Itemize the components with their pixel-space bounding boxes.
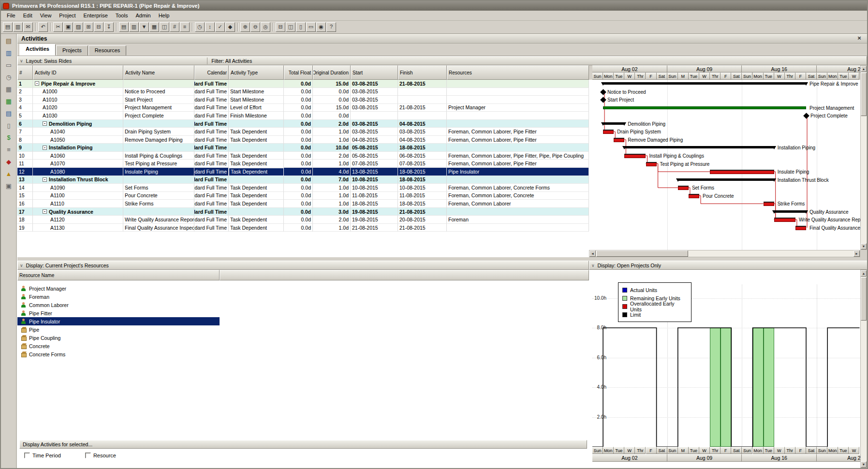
chevron-down-icon[interactable]: ∨ [20, 263, 23, 268]
activity-row-12[interactable]: 12A1080Insulate Pipingndard Full TimeTas… [17, 168, 589, 176]
pane-splitter[interactable] [17, 257, 867, 261]
gantt-bar-task-row16[interactable] [764, 202, 774, 206]
settings-icon[interactable]: ◉ [316, 22, 326, 32]
fill-down-icon[interactable]: ↧ [104, 22, 114, 32]
print-icon[interactable]: ▥ [13, 22, 23, 32]
activity-row-15[interactable]: 15A1100Pour Concretendard Full TimeTask … [17, 192, 589, 200]
activity-row-19[interactable]: 19A1130Final Quality Assurance Inspectio… [17, 224, 589, 232]
timeline-week-aug-16[interactable]: Aug 16 [742, 65, 817, 73]
resource-item-concrete-forms[interactable]: Concrete Forms [17, 350, 589, 358]
wps-docs-icon[interactable]: ▯ [4, 121, 14, 131]
gantt-bar-summary-row17[interactable] [774, 210, 806, 213]
hash-icon[interactable]: # [170, 22, 179, 32]
activity-row-13[interactable]: 13-Installation Thrust Blockndard Full T… [17, 176, 589, 184]
close-icon[interactable]: × [855, 35, 863, 43]
checkbox-box[interactable] [24, 453, 30, 458]
usage-view-icon[interactable]: ≡ [180, 22, 190, 32]
timeline-week-aug-02[interactable]: Aug 02 [592, 65, 667, 73]
menu-item-view[interactable]: View [36, 11, 56, 20]
histogram-vertical-scrollbar[interactable]: ▲ ▼ [860, 270, 867, 468]
activity-row-2[interactable]: 2A1000Notice to Proceedndard Full TimeSt… [17, 88, 589, 96]
activity-row-9[interactable]: 9-Installation Pipingndard Full Time0.0d… [17, 144, 589, 152]
update-progress-icon[interactable]: ◆ [225, 22, 235, 32]
column-header-activity-type[interactable]: Activity Type [229, 65, 284, 80]
activity-row-1[interactable]: 1-Pipe Repair & Improvendard Full Time0.… [17, 80, 589, 88]
activity-row-5[interactable]: 5A1030Project Completendard Full TimeFin… [17, 112, 589, 120]
issues-icon[interactable]: ◆ [4, 157, 14, 167]
group-sort-icon[interactable]: ▤ [119, 22, 129, 32]
add-icon[interactable]: ⊞ [84, 22, 93, 32]
scroll-down-button[interactable]: ▼ [861, 243, 867, 249]
projects-icon[interactable]: ▤ [4, 36, 14, 46]
resource-item-pipe-insulator[interactable]: Pipe Insulator [17, 317, 220, 325]
column-header-resource-name[interactable]: Resource Name [17, 270, 220, 280]
split-horizontal-icon[interactable]: ⊟ [276, 22, 285, 32]
gantt-bar-summary-row1[interactable] [603, 82, 806, 85]
activity-row-7[interactable]: 7A1040Drain Piping Systemndard Full Time… [17, 128, 589, 136]
gantt-bar-task-row15[interactable] [689, 194, 699, 198]
scroll-up-button[interactable]: ▲ [861, 66, 867, 72]
scroll-thumb[interactable] [596, 250, 688, 257]
help-icon[interactable]: ? [326, 22, 336, 32]
tab-activities[interactable]: Activities [19, 44, 56, 56]
roles-icon[interactable]: ▣ [4, 181, 14, 191]
level-resources-icon[interactable]: ↕ [205, 22, 215, 32]
activity-row-6[interactable]: 6-Demolition Pipingndard Full Time0.0d2.… [17, 120, 589, 128]
schedule-icon[interactable]: ◷ [195, 22, 205, 32]
checkbox-time-period[interactable]: Time Period [24, 453, 61, 458]
activities-icon[interactable]: ▦ [4, 97, 14, 106]
gantt-bar-task-row19[interactable] [795, 226, 806, 230]
wbs-icon[interactable]: ▦ [4, 85, 14, 94]
reports-icon[interactable]: ▭ [4, 60, 14, 70]
activity-row-18[interactable]: 18A1120Write Quality Assurance Reportnda… [17, 216, 589, 224]
display-activities-bar[interactable]: Display Activities for selected... [19, 440, 587, 449]
checkbox-resource[interactable]: Resource [85, 453, 116, 458]
scroll-right-button[interactable]: ► [853, 250, 860, 257]
gantt-chart-icon[interactable]: ▦ [149, 22, 159, 32]
print-preview-icon[interactable]: ▤ [3, 22, 13, 32]
chevron-down-icon[interactable]: ∨ [20, 59, 23, 63]
thresholds-icon[interactable]: ≡ [4, 145, 14, 155]
gantt-bar-task-row18[interactable] [774, 218, 795, 222]
gantt-bar-summary-row6[interactable] [603, 122, 624, 125]
gantt-bar-task-row10[interactable] [624, 154, 646, 158]
resources-options-bar[interactable]: ∨ Display: Current Project's Resources [17, 261, 589, 270]
split-vertical-icon[interactable]: ◫ [286, 22, 295, 32]
menu-item-tools[interactable]: Tools [112, 11, 132, 20]
column-header-activity-name[interactable]: Activity Name [123, 65, 194, 80]
column-header-total-float[interactable]: Total Float [284, 65, 313, 80]
menu-item-help[interactable]: Help [155, 11, 174, 20]
gantt-bar-summary-row9[interactable] [624, 146, 774, 148]
cut-icon[interactable]: ✂ [53, 22, 63, 32]
menu-item-enterprise[interactable]: Enterprise [80, 11, 112, 20]
column-header-num[interactable]: # [17, 65, 33, 80]
collapse-minus-icon[interactable]: - [35, 81, 39, 86]
resource-item-pipe[interactable]: Pipe [17, 325, 589, 334]
menu-item-project[interactable]: Project [55, 11, 79, 20]
histogram-options-bar[interactable]: ∨ Display: Open Projects Only [589, 261, 867, 270]
resource-item-foreman[interactable]: Foreman [17, 293, 589, 301]
tab-projects[interactable]: Projects [56, 45, 88, 56]
gantt-bar-task-row11[interactable] [646, 162, 657, 166]
column-header-blank[interactable] [220, 270, 589, 280]
menu-item-edit[interactable]: Edit [19, 11, 36, 20]
activity-row-8[interactable]: 8A1050Remove Damaged Pipingndard Full Ti… [17, 136, 589, 144]
column-header-original-duration[interactable]: Original Duration [313, 65, 351, 80]
resource-item-pipe-fitter[interactable]: Pipe Fitter [17, 309, 589, 317]
publish-icon[interactable]: ✉ [23, 22, 33, 32]
scroll-down-button[interactable]: ▼ [861, 461, 867, 468]
resource-item-project-manager[interactable]: Project Manager [17, 284, 589, 293]
collapse-minus-icon[interactable]: - [43, 177, 47, 182]
scroll-up-button[interactable]: ▲ [861, 270, 867, 277]
activity-row-16[interactable]: 16A1110Strike Formsndard Full TimeTask D… [17, 200, 589, 208]
scroll-thumb[interactable] [861, 277, 867, 321]
column-header-finish[interactable]: Finish [398, 65, 447, 80]
checkbox-box[interactable] [85, 453, 91, 458]
collapse-minus-icon[interactable]: - [43, 209, 47, 214]
copy-icon[interactable]: ▣ [63, 22, 73, 32]
menu-item-admin[interactable]: Admin [132, 11, 154, 20]
expenses-icon[interactable]: $ [4, 133, 14, 143]
activity-row-4[interactable]: 4A1020Project Managementndard Full TimeL… [17, 104, 589, 112]
gantt-bar-task-row7[interactable] [603, 130, 614, 134]
column-header-resources[interactable]: Resources [447, 65, 589, 80]
